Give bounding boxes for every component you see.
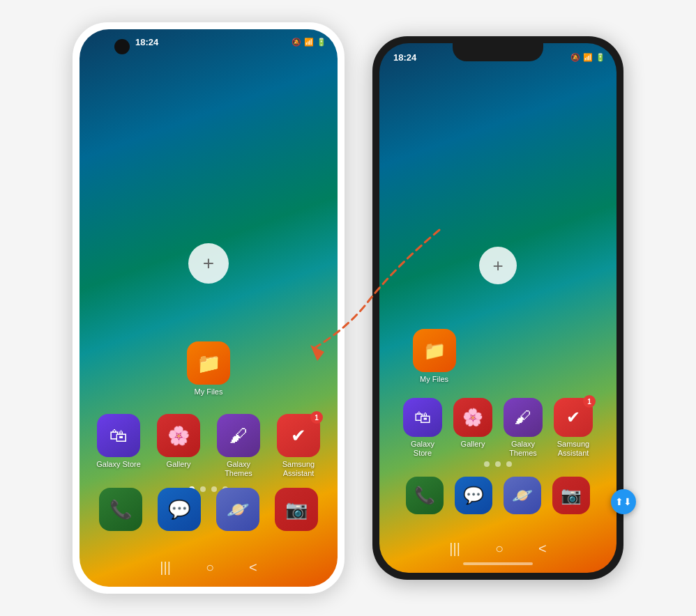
phone2-halo-icon: 🪐 [504,477,541,514]
scroll-button[interactable]: ⬆⬇ [611,489,636,514]
phone2: 18:24 🔕 📶 🔋 + 📁 My Files [372,36,623,580]
phone2-add-widget[interactable]: + [479,247,517,284]
phone2-gallery-label: Gallery [461,440,485,449]
phone2-camera-app[interactable]: 📷 [551,477,591,514]
phone2-galaxy-store-icon: 🛍 [403,398,442,437]
galaxy-themes-label: GalaxyThemes [225,460,252,478]
phone2-dot-3 [506,461,512,467]
phone1-battery-icon: 🔋 [317,38,326,47]
phone2-camera-icon: 📷 [552,477,590,514]
phone2-screen[interactable]: 18:24 🔕 📶 🔋 + 📁 My Files [379,43,616,573]
phone1-wrapper: 18:24 🔕 📶 🔋 + 📁 [73,22,345,594]
halo-icon: 🪐 [216,488,259,531]
messages-icon: 💬 [158,488,201,531]
phone2-status-icons: 🔕 📶 🔋 [570,53,605,62]
myfiles-app[interactable]: 📁 My Files [185,341,232,396]
scroll-up-icon: ⬆⬇ [615,496,632,507]
nav-back-icon[interactable]: < [249,560,257,576]
phone2-samsung-assistant-icon: ✔ 1 [554,398,593,437]
phone-icon: 📞 [99,488,142,531]
phone1-nav-bar: ||| ○ < [160,560,257,576]
phone2-plus-icon: + [479,247,517,284]
gallery-app[interactable]: 🌸 Gallery [155,414,202,469]
phone2-samsung-assistant[interactable]: ✔ 1 SamsungAssistant [552,398,594,458]
camera-app[interactable]: 📷 [273,488,320,531]
samsung-assistant-badge: 1 [310,411,323,424]
camera-icon: 📷 [275,488,318,531]
galaxy-store-icon: 🛍 [97,414,140,457]
galaxy-themes-icon: 🖌 [217,414,260,457]
phone2-galaxy-store-label: Galaxy Store [402,440,444,458]
phone1-status-icons: 🔕 📶 🔋 [292,38,326,47]
phone2-gallery[interactable]: 🌸 Gallery [452,398,494,458]
phone2-phone-app[interactable]: 📞 [404,477,445,514]
myfiles-icon: 📁 [187,341,230,385]
galaxy-store-label: Galaxy Store [96,460,141,469]
phone2-gallery-icon: 🌸 [453,398,492,437]
samsung-assistant-icon: ✔ 1 [277,414,320,457]
phone1-dock: 📞 💬 🪐 📷 [97,488,320,531]
phone2-dots [484,461,512,467]
phone2-myfiles-icon: 📁 [413,329,456,372]
phone2-wifi-icon: 📶 [583,53,593,62]
phone2-messages-app[interactable]: 💬 [453,477,494,514]
home-indicator [463,562,533,565]
phone2-galaxy-store[interactable]: 🛍 Galaxy Store [402,398,444,458]
phone2-samsung-assistant-badge: 1 [583,395,596,408]
phone1-signal-icon: 🔕 [292,38,301,47]
apps-row2: 🛍 Galaxy Store 🌸 Gallery 🖌 [95,414,322,478]
phone1-time: 18:24 [135,37,158,47]
phone2-signal-icon: 🔕 [570,53,580,62]
phone2-dot-2 [495,461,501,467]
phone2-myfiles-label: My Files [420,375,448,384]
phone2-phone-icon: 📞 [406,477,444,514]
phone2-nav-menu[interactable]: ||| [449,541,460,557]
phone2-galaxy-themes-icon: 🖌 [504,398,543,437]
myfiles-label: My Files [195,387,223,396]
phone-app[interactable]: 📞 [97,488,144,531]
phone2-apps-row: 🛍 Galaxy Store 🌸 Gallery 🖌 [402,398,594,458]
punch-hole-camera [114,39,130,54]
phone2-messages-icon: 💬 [455,477,492,514]
phone2-halo-app[interactable]: 🪐 [502,477,543,514]
myfiles-row: 📁 My Files [185,341,232,396]
phone1: 18:24 🔕 📶 🔋 + 📁 [73,22,345,594]
galaxy-themes-app[interactable]: 🖌 GalaxyThemes [215,414,262,478]
gallery-label: Gallery [167,460,191,469]
phone2-galaxy-themes-label: GalaxyThemes [509,440,537,458]
phone2-battery-icon: 🔋 [596,53,605,62]
samsung-assistant-label: SamsungAssistant [282,460,315,478]
galaxy-store-app[interactable]: 🛍 Galaxy Store [95,414,142,469]
phone2-notch [453,43,543,61]
phone2-samsung-assistant-label: SamsungAssistant [557,440,589,458]
phone2-dock: 📞 💬 🪐 📷 [404,477,591,514]
messages-app[interactable]: 💬 [156,488,203,531]
phone2-myfiles[interactable]: 📁 My Files [413,329,456,384]
phone1-screen[interactable]: 18:24 🔕 📶 🔋 + 📁 [80,29,338,587]
phone1-wifi-icon: 📶 [304,38,314,47]
phone2-dot-1 [484,461,490,467]
gallery-icon: 🌸 [157,414,200,457]
samsung-assistant-app[interactable]: ✔ 1 SamsungAssistant [275,414,322,478]
add-widget-button[interactable]: + [188,243,229,284]
phone2-wrapper: 18:24 🔕 📶 🔋 + 📁 My Files [372,36,623,580]
phone2-nav-back[interactable]: < [538,541,547,557]
nav-home-icon[interactable]: ○ [206,560,214,576]
plus-circle-icon: + [188,243,229,284]
halo-app[interactable]: 🪐 [214,488,262,531]
main-container: 18:24 🔕 📶 🔋 + 📁 [0,0,696,616]
phone2-nav-bar: ||| ○ < [449,541,546,557]
phone2-nav-home[interactable]: ○ [495,541,504,557]
nav-menu-icon[interactable]: ||| [160,560,171,576]
phone2-time: 18:24 [393,52,416,63]
phone2-galaxy-themes[interactable]: 🖌 GalaxyThemes [502,398,544,458]
